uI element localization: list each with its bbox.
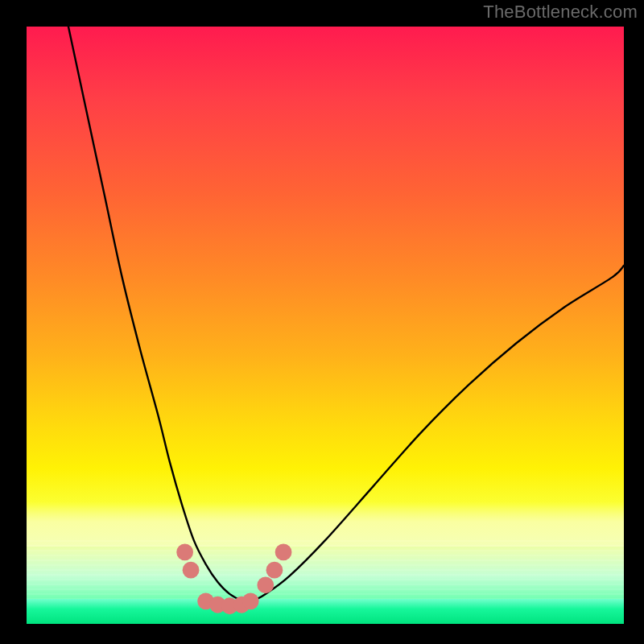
watermark-text: TheBottleneck.com [483, 2, 638, 23]
curve-marker [183, 562, 200, 579]
chart-frame: TheBottleneck.com [0, 0, 644, 644]
curve-marker [242, 592, 259, 609]
curve-layer [27, 27, 624, 624]
plot-area [27, 27, 624, 624]
marker-group [176, 544, 291, 615]
curve-marker [176, 544, 193, 561]
bottleneck-curve [68, 27, 624, 601]
curve-marker [257, 576, 274, 593]
curve-marker [275, 544, 292, 561]
curve-marker [266, 562, 283, 579]
